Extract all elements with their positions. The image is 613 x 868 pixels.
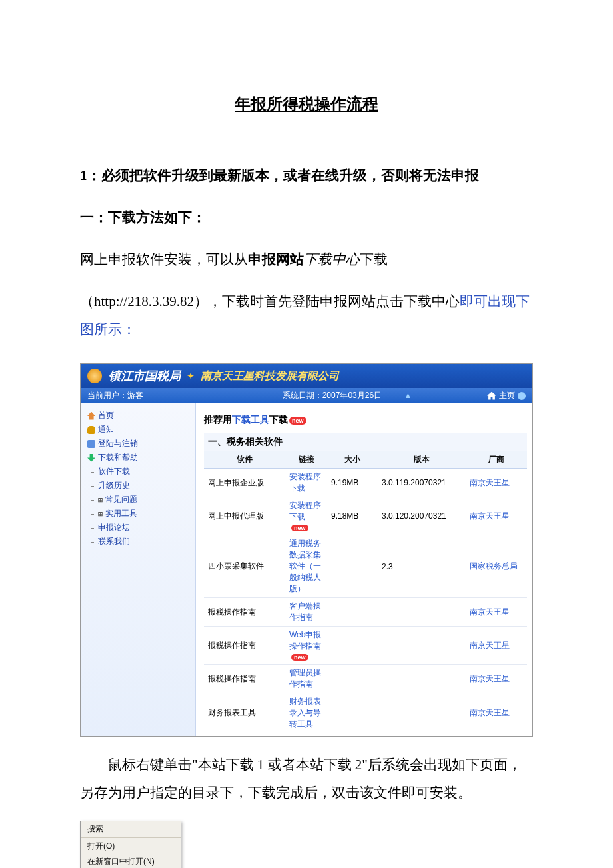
disk-icon — [87, 440, 95, 448]
screenshot-context-menu: 搜索 打开(O) 在新窗口中打开(N) 目标另存为(A)... 打印目标(P) … — [80, 821, 181, 868]
cell-link[interactable]: 财务报表录入与导转工具 — [285, 693, 327, 733]
cell-vendor[interactable]: 南京天王星 — [466, 693, 527, 733]
cell-link[interactable]: Web申报操作指南new — [285, 627, 327, 665]
menu-search[interactable]: 搜索 — [81, 821, 181, 837]
table-row: 网上申报企业版安装程序下载9.19MB3.0.119.20070321南京天王星 — [204, 469, 527, 497]
rec-c: 下载 — [269, 414, 288, 425]
table-row: 报税操作指南Web申报操作指南new南京天王星 — [204, 627, 527, 665]
p3a: 网上申报软件安装，可以从 — [80, 251, 248, 267]
cell-software: 报税操作指南 — [204, 598, 285, 627]
p4a: （http://218.3.39.82），下载时首先登陆申报网站点击下载中心 — [80, 293, 460, 309]
step1-text: 必须把软件升级到最新版本，或者在线升级，否则将无法申报 — [101, 167, 479, 183]
sidebar-item-faq[interactable]: ⊞常见问题 — [85, 493, 191, 507]
table-row: 四小票采集软件通用税务数据采集软件（一般纳税人版）2.3国家税务总局 — [204, 535, 527, 598]
cell-vendor[interactable]: 南京天王星 — [466, 598, 527, 627]
cell-software: 网上申报代理版 — [204, 497, 285, 535]
screenshot-website: 镇江市国税局 ✦ 南京天王星科技发展有限公司 当前用户：游客 系统日期：2007… — [80, 363, 533, 737]
current-user: 当前用户：游客 — [87, 390, 207, 401]
cell-version: 2.3 — [378, 535, 466, 598]
doc-title: 年报所得税操作流程 — [80, 93, 533, 115]
table-row: 报税操作指南客户端操作指南南京天王星 — [204, 598, 527, 627]
step1-lead: 1： — [80, 167, 101, 183]
cell-size — [327, 535, 378, 598]
cell-size — [327, 598, 378, 627]
home-icon — [487, 392, 496, 400]
cell-size — [327, 665, 378, 693]
cell-vendor[interactable]: 国家税务总局 — [466, 535, 527, 598]
sidebar-label: 升级历史 — [98, 480, 130, 491]
cell-version — [378, 627, 466, 665]
sidebar-item-history[interactable]: 升级历史 — [85, 479, 191, 493]
cell-link[interactable]: 通用税务数据采集软件（一般纳税人版） — [285, 535, 327, 598]
para-instruction: 鼠标右键单击"本站下载 1 或者本站下载 2"后系统会出现如下页面，另存为用户指… — [80, 751, 533, 807]
cell-link[interactable]: 客户端操作指南 — [285, 598, 327, 627]
new-badge: new — [291, 654, 308, 661]
th-link: 链接 — [285, 451, 327, 469]
sidebar-label: 实用工具 — [105, 508, 137, 519]
org-name-2: 南京天王星科技发展有限公司 — [201, 369, 339, 383]
cell-version: 3.0.120.20070321 — [378, 497, 466, 535]
sidebar-label: 下载和帮助 — [98, 452, 138, 463]
menu-separator — [81, 837, 181, 838]
sidebar-item-contact[interactable]: 联系我们 — [85, 535, 191, 549]
status-bar: 当前用户：游客 系统日期：2007年03月26日 ▲ 主页 — [81, 388, 532, 403]
org-name-1: 镇江市国税局 — [109, 368, 181, 384]
cell-link[interactable]: 管理员操作指南 — [285, 665, 327, 693]
step1: 1：必须把软件升级到最新版本，或者在线升级，否则将无法申报 — [80, 161, 533, 189]
sidebar-item-swdl[interactable]: 软件下载 — [85, 465, 191, 479]
cell-vendor[interactable]: 南京天王星 — [466, 627, 527, 665]
sidebar-label: 软件下载 — [98, 466, 130, 477]
para-download: 网上申报软件安装，可以从申报网站下载中心下载 — [80, 245, 533, 273]
th-size: 大小 — [327, 451, 378, 469]
table-row: 网上申报代理版安装程序下载new9.18MB3.0.120.20070321南京… — [204, 497, 527, 535]
th-vendor: 厂商 — [466, 451, 527, 469]
cell-size: 9.18MB — [327, 497, 378, 535]
sidebar-item-forum[interactable]: 申报论坛 — [85, 521, 191, 535]
logo-icon — [87, 369, 102, 383]
cell-vendor[interactable]: 南京天王星 — [466, 469, 527, 497]
sidebar-item-tools[interactable]: ⊞实用工具 — [85, 507, 191, 521]
cell-link[interactable]: 安装程序下载new — [285, 497, 327, 535]
recommend-line: 推荐用下载工具下载new — [204, 410, 527, 433]
menu-open-new[interactable]: 在新窗口中打开(N) — [81, 854, 181, 868]
content-area: 推荐用下载工具下载new 一、税务相关软件 软件 链接 大小 版本 厂商 网上申… — [196, 403, 532, 736]
cell-vendor[interactable]: 南京天王星 — [466, 665, 527, 693]
th-version: 版本 — [378, 451, 466, 469]
tree-plus-icon: ⊞ — [98, 509, 103, 519]
cell-link[interactable]: 安装程序下载 — [285, 469, 327, 497]
sidebar-label: 登陆与注销 — [98, 438, 138, 449]
cell-size — [327, 627, 378, 665]
cell-vendor[interactable]: 南京天王星 — [466, 497, 527, 535]
p3b: 申报网站 — [248, 251, 304, 267]
cell-software: 网上申报企业版 — [204, 469, 285, 497]
cell-size — [327, 693, 378, 733]
cell-version — [378, 693, 466, 733]
table-row: 报税操作指南管理员操作指南南京天王星 — [204, 665, 527, 693]
download-table: 软件 链接 大小 版本 厂商 网上申报企业版安装程序下载9.19MB3.0.11… — [204, 451, 527, 733]
home-button[interactable]: 主页 — [499, 390, 515, 401]
sidebar-item-dlhelp[interactable]: 下载和帮助 — [85, 451, 191, 465]
sidebar-label: 通知 — [98, 424, 114, 435]
home-icon — [87, 412, 95, 420]
cell-size: 9.19MB — [327, 469, 378, 497]
sidebar-item-login[interactable]: 登陆与注销 — [85, 437, 191, 451]
globe-icon — [518, 392, 526, 400]
sidebar-label: 首页 — [98, 410, 114, 421]
arrow-icon: ✦ — [187, 371, 194, 381]
bell-icon — [87, 426, 95, 434]
rec-b: 下载工具 — [232, 414, 269, 425]
p4b: 即可出现 — [460, 293, 516, 309]
cell-version — [378, 665, 466, 693]
p3d: 下载 — [360, 251, 388, 267]
sidebar-item-home[interactable]: 首页 — [85, 409, 191, 423]
cell-software: 四小票采集软件 — [204, 535, 285, 598]
sidebar-item-notice[interactable]: 通知 — [85, 423, 191, 437]
sidebar-label: 联系我们 — [98, 536, 130, 547]
th-software: 软件 — [204, 451, 285, 469]
section-heading: 一、税务相关软件 — [204, 433, 527, 451]
cell-version — [378, 598, 466, 627]
menu-open[interactable]: 打开(O) — [81, 839, 181, 854]
sys-date: 系统日期：2007年03月26日 — [283, 391, 382, 400]
rec-a: 推荐用 — [204, 414, 232, 425]
cell-version: 3.0.119.20070321 — [378, 469, 466, 497]
